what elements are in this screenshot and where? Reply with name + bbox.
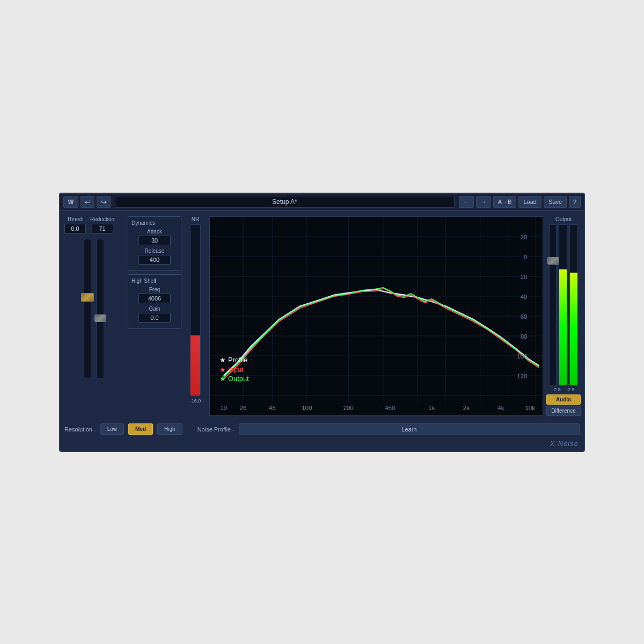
dynamics-section: Dynamics Attack 30 Release 400 (128, 216, 181, 271)
svg-text:0: 0 (524, 254, 527, 260)
save-button[interactable]: Save (544, 196, 567, 208)
output-label: Output (555, 216, 572, 222)
resolution-label: Resolution - (64, 426, 96, 433)
output-meter-left-fill (559, 269, 567, 385)
spectrum-canvas: 20 0 20 40 60 80 100 120 ★ Profile ★ Inp… (209, 216, 543, 416)
reduction-group: Reduction 71 (90, 216, 114, 233)
high-res-button[interactable]: High (157, 423, 182, 435)
svg-text:40: 40 (521, 294, 528, 300)
output-fader-handle[interactable] (547, 257, 559, 265)
audio-diff-buttons: Audio Difference (546, 394, 580, 416)
help-button[interactable]: ? (569, 196, 581, 208)
ab-button[interactable]: A→B (493, 196, 517, 208)
undo-button[interactable]: ↩ (80, 196, 94, 208)
left-panel: Thresh 0.0 Reduction 71 (64, 216, 123, 416)
freq-label: Freq (149, 287, 160, 292)
branding-bar: X-Noise (60, 438, 584, 451)
output-meters-group (549, 224, 578, 385)
svg-text:20: 20 (521, 234, 528, 240)
freq-group: Freq 4006 (131, 287, 178, 303)
learn-button[interactable]: Learn (239, 423, 580, 435)
highshelf-title: High Shelf (131, 278, 178, 284)
gain-group: Gain 0.0 (131, 306, 178, 323)
attack-group: Attack 30 (131, 229, 178, 245)
svg-text:100: 100 (517, 353, 527, 360)
plugin-window: W ↩ ↪ Setup A* ← → A→B Load Save ? Thres… (59, 193, 585, 452)
output-meter-left (559, 224, 567, 385)
output-meter-right (569, 224, 578, 385)
svg-text:4k: 4k (497, 405, 504, 411)
attack-value[interactable]: 30 (138, 236, 171, 245)
svg-text:★ Output: ★ Output (219, 375, 249, 383)
output-left-val: -2.8 (551, 387, 562, 392)
svg-text:10: 10 (220, 405, 227, 411)
output-fader-track (549, 224, 557, 385)
setup-name: Setup A* (115, 196, 455, 208)
low-res-button[interactable]: Low (100, 423, 124, 435)
spectrum-svg: 20 0 20 40 60 80 100 120 ★ Profile ★ Inp… (210, 217, 543, 415)
thresh-fader-handle[interactable] (81, 293, 94, 302)
svg-text:20: 20 (521, 274, 528, 280)
dynamics-title: Dynamics (131, 220, 178, 226)
svg-text:10k: 10k (525, 405, 535, 411)
svg-text:80: 80 (521, 333, 528, 340)
attack-label: Attack (147, 229, 162, 235)
output-meter-right-fill (570, 273, 577, 385)
release-label: Release (145, 248, 165, 254)
faders-row (64, 239, 123, 416)
reduction-label: Reduction (90, 216, 114, 222)
noise-profile-label: Noise Profile - (197, 426, 235, 433)
svg-text:200: 200 (343, 405, 354, 411)
spectrum-panel: 20 0 20 40 60 80 100 120 ★ Profile ★ Inp… (209, 216, 543, 416)
nr-meter-track (190, 224, 201, 396)
svg-text:26: 26 (240, 405, 247, 411)
reduction-fader-track (97, 239, 104, 378)
freq-value[interactable]: 4006 (138, 294, 171, 303)
svg-text:120: 120 (517, 373, 527, 379)
nr-panel: NR -16.0 (186, 216, 205, 416)
audio-button[interactable]: Audio (546, 394, 580, 405)
svg-text:★ Profile: ★ Profile (219, 356, 247, 364)
thresh-value[interactable]: 0.0 (64, 224, 86, 233)
gain-value[interactable]: 0.0 (138, 313, 171, 323)
med-res-button[interactable]: Med (128, 423, 153, 435)
logo-button[interactable]: W (63, 196, 78, 208)
reduction-fader-handle[interactable] (94, 314, 106, 322)
svg-text:★ Input: ★ Input (219, 365, 244, 373)
gain-label: Gain (149, 306, 160, 312)
thresh-reduction-row: Thresh 0.0 Reduction 71 (64, 216, 123, 233)
output-values: -2.8 -2.5 (551, 387, 576, 392)
next-button[interactable]: → (476, 196, 491, 208)
nr-label: NR (192, 216, 199, 222)
svg-text:60: 60 (521, 313, 528, 320)
middle-panel: Dynamics Attack 30 Release 400 High Shel… (128, 216, 181, 416)
difference-button[interactable]: Difference (546, 406, 580, 416)
nr-value: -16.0 (190, 398, 201, 404)
thresh-group: Thresh 0.0 (64, 216, 86, 233)
thresh-label: Thresh (67, 216, 83, 222)
svg-text:450: 450 (385, 405, 395, 411)
redo-button[interactable]: ↪ (97, 196, 111, 208)
thresh-fader-track (84, 239, 91, 378)
output-right-val: -2.5 (565, 387, 576, 392)
main-content: Thresh 0.0 Reduction 71 Dynamics (60, 211, 584, 420)
highshelf-section: High Shelf Freq 4006 Gain 0.0 (128, 274, 181, 329)
svg-text:1k: 1k (428, 405, 435, 411)
svg-text:100: 100 (302, 405, 312, 411)
top-bar: W ↩ ↪ Setup A* ← → A→B Load Save ? (60, 194, 584, 211)
release-value[interactable]: 400 (138, 255, 171, 265)
svg-text:46: 46 (269, 405, 276, 411)
svg-text:2k: 2k (463, 405, 470, 411)
output-panel: Output -2.8 (547, 216, 580, 416)
plugin-title: X-Noise (550, 440, 579, 448)
load-button[interactable]: Load (518, 196, 541, 208)
reduction-value[interactable]: 71 (92, 224, 113, 233)
release-group: Release 400 (131, 248, 178, 265)
nr-meter-fill (191, 335, 200, 395)
prev-button[interactable]: ← (459, 196, 474, 208)
bottom-bar: Resolution - Low Med High Noise Profile … (60, 420, 584, 438)
